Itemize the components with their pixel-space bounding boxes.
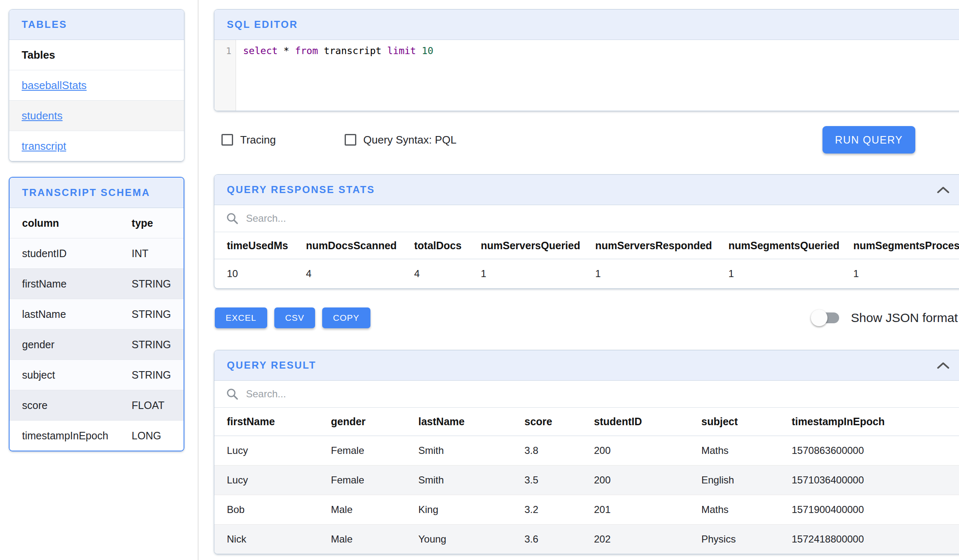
main-content: SQL EDITOR 1 select * from transcript li… <box>199 0 959 560</box>
result-column-header: lastName <box>406 408 512 436</box>
result-column-header: gender <box>318 408 406 436</box>
schema-column-name: gender <box>10 330 119 360</box>
tables-panel: TABLES Tables baseballStatsstudentstrans… <box>9 9 184 161</box>
result-cell: Female <box>318 466 406 495</box>
stats-collapse-button[interactable] <box>935 184 951 195</box>
copy-button[interactable]: COPY <box>322 307 370 328</box>
excel-button[interactable]: EXCEL <box>215 307 267 328</box>
schema-column-type: INT <box>119 238 184 269</box>
table-link-baseballStats[interactable]: baseballStats <box>22 79 87 92</box>
result-row: LucyFemaleSmith3.8200Maths1570863600000 <box>214 436 959 466</box>
result-cell: 1570863600000 <box>779 436 959 466</box>
sql-token: limit <box>387 45 416 56</box>
schema-panel: TRANSCRIPT SCHEMA column type studentIDI… <box>9 177 184 451</box>
tracing-checkbox-wrap[interactable]: Tracing <box>221 134 276 146</box>
export-row: EXCEL CSV COPY Show JSON format <box>214 307 959 328</box>
stats-column-header: numServersResponded <box>583 232 716 259</box>
schema-column-name: firstName <box>10 269 119 299</box>
result-column-header: timestampInEpoch <box>779 408 959 436</box>
pinot-query-console: TABLES Tables baseballStatsstudentstrans… <box>0 0 959 560</box>
schema-row: firstNameSTRING <box>10 269 184 299</box>
result-table-clip: firstNamegenderlastNamescorestudentIDsub… <box>214 408 959 554</box>
run-query-button[interactable]: RUN QUERY <box>822 126 915 154</box>
json-format-toggle-label: Show JSON format <box>851 311 958 325</box>
stats-panel-header: QUERY RESPONSE STATS <box>214 175 959 205</box>
tables-list-header: Tables <box>9 40 184 70</box>
table-link-students[interactable]: students <box>22 109 62 122</box>
result-cell: 3.5 <box>512 466 581 495</box>
sql-token: * <box>278 45 295 56</box>
schema-table: column type studentIDINTfirstNameSTRINGl… <box>10 208 184 451</box>
sql-editor[interactable]: 1 select * from transcript limit 10 <box>214 40 959 111</box>
schema-panel-header: TRANSCRIPT SCHEMA <box>10 178 184 208</box>
query-response-stats-panel: QUERY RESPONSE STATS timeUsedMsnumDocsSc <box>214 174 959 289</box>
stats-table-clip: timeUsedMsnumDocsScannedtotalDocsnumServ… <box>214 232 959 288</box>
result-header-row: firstNamegenderlastNamescorestudentIDsub… <box>214 408 959 436</box>
sidebar: TABLES Tables baseballStatsstudentstrans… <box>0 0 199 560</box>
stats-column-header: numSegmentsQueried <box>716 232 841 259</box>
schema-column-name: lastName <box>10 299 119 330</box>
tracing-label: Tracing <box>240 134 276 146</box>
result-cell: 202 <box>581 525 689 554</box>
stats-value-cell: 1 <box>468 259 583 289</box>
query-controls-row: Tracing Query Syntax: PQL RUN QUERY <box>214 126 959 154</box>
stats-column-header: totalDocs <box>402 232 468 259</box>
result-cell: 1571036400000 <box>779 466 959 495</box>
csv-button[interactable]: CSV <box>274 307 315 328</box>
tracing-checkbox[interactable] <box>221 134 233 146</box>
sql-token: select <box>243 45 278 56</box>
stats-value-cell: 10 <box>214 259 293 289</box>
pql-checkbox[interactable] <box>345 134 356 146</box>
table-list-item: students <box>9 100 184 131</box>
schema-type-header: type <box>119 208 184 238</box>
result-collapse-button[interactable] <box>935 360 951 371</box>
schema-column-name: timestampInEpoch <box>10 421 119 451</box>
schema-row: lastNameSTRING <box>10 299 184 330</box>
table-list-item: baseballStats <box>9 70 184 100</box>
schema-row: scoreFLOAT <box>10 390 184 421</box>
schema-table-header-row: column type <box>10 208 184 238</box>
result-cell: 3.8 <box>512 436 581 466</box>
result-cell: Male <box>318 495 406 525</box>
stats-table: timeUsedMsnumDocsScannedtotalDocsnumServ… <box>214 232 959 288</box>
sql-editor-panel: SQL EDITOR 1 select * from transcript li… <box>214 9 959 111</box>
result-cell: Young <box>406 525 512 554</box>
stats-search-input[interactable] <box>245 212 455 225</box>
schema-row: studentIDINT <box>10 238 184 269</box>
schema-column-type: STRING <box>119 360 184 390</box>
schema-row: timestampInEpochLONG <box>10 421 184 451</box>
editor-line-number: 1 <box>214 40 236 111</box>
sql-code-line[interactable]: select * from transcript limit 10 <box>236 40 959 111</box>
result-cell: King <box>406 495 512 525</box>
stats-column-header: numSegmentsProcessed <box>841 232 959 259</box>
pql-checkbox-wrap[interactable]: Query Syntax: PQL <box>345 134 457 146</box>
schema-table-body: studentIDINTfirstNameSTRINGlastNameSTRIN… <box>10 238 184 451</box>
result-cell: Maths <box>689 495 779 525</box>
table-link-transcript[interactable]: transcript <box>22 140 66 153</box>
result-row: LucyFemaleSmith3.5200English157103640000… <box>214 466 959 495</box>
result-panel-header: QUERY RESULT <box>214 350 959 381</box>
table-list: baseballStatsstudentstranscript <box>9 70 184 161</box>
result-cell: Lucy <box>214 436 318 466</box>
result-column-header: score <box>512 408 581 436</box>
result-cell: Bob <box>214 495 318 525</box>
result-table: firstNamegenderlastNamescorestudentIDsub… <box>214 408 959 554</box>
result-column-header: subject <box>689 408 779 436</box>
pql-label: Query Syntax: PQL <box>363 134 457 146</box>
result-cell: Lucy <box>214 466 318 495</box>
json-format-toggle[interactable] <box>811 309 842 327</box>
result-cell: 3.2 <box>512 495 581 525</box>
result-table-body: LucyFemaleSmith3.8200Maths1570863600000L… <box>214 436 959 554</box>
result-search-row <box>214 381 959 408</box>
result-cell: English <box>689 466 779 495</box>
result-row: NickMaleYoung3.6202Physics1572418800000 <box>214 525 959 554</box>
stats-value-cell: 4 <box>293 259 402 289</box>
result-cell: Smith <box>406 436 512 466</box>
result-search-input[interactable] <box>245 388 455 400</box>
stats-search-row <box>214 205 959 232</box>
schema-column-type: STRING <box>119 330 184 360</box>
schema-column-type: STRING <box>119 269 184 299</box>
result-panel-title: QUERY RESULT <box>227 359 316 371</box>
schema-col-header: column <box>10 208 119 238</box>
sql-editor-title: SQL EDITOR <box>227 19 298 30</box>
